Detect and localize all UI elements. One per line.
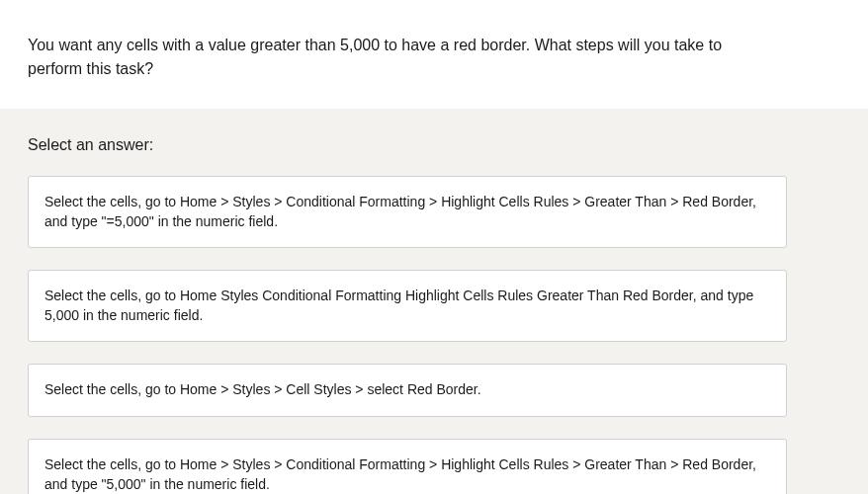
answer-option-3[interactable]: Select the cells, go to Home > Styles > … [28,364,787,417]
question-text: You want any cells with a value greater … [0,0,751,109]
answer-section: Select an answer: Select the cells, go t… [0,109,868,494]
answer-option-2[interactable]: Select the cells, go to Home Styles Cond… [28,270,787,342]
answer-option-4[interactable]: Select the cells, go to Home > Styles > … [28,439,787,494]
select-answer-prompt: Select an answer: [28,136,840,154]
answer-option-1[interactable]: Select the cells, go to Home > Styles > … [28,176,787,248]
